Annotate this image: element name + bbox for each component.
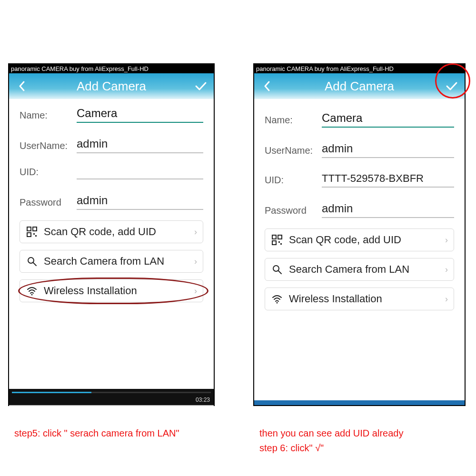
svg-rect-8: [272, 235, 276, 239]
uid-label: UID:: [265, 175, 322, 188]
wireless-label: Wireless Installation: [44, 285, 194, 297]
username-input[interactable]: admin: [322, 141, 454, 158]
caption-step5: step5: click " serach camera from LAN": [14, 427, 179, 440]
chevron-right-icon: ›: [194, 286, 197, 296]
svg-rect-9: [278, 235, 282, 239]
name-input[interactable]: Camera: [322, 110, 454, 128]
scan-qr-label: Scan QR code, add UID: [44, 226, 194, 238]
svg-rect-3: [33, 233, 35, 235]
chevron-right-icon: ›: [194, 227, 197, 237]
back-icon[interactable]: [16, 80, 28, 92]
svg-rect-11: [278, 241, 280, 243]
svg-point-15: [277, 302, 278, 304]
form-area: Name: Camera UserName: admin UID: Passwo…: [9, 99, 214, 389]
name-label: Name:: [265, 115, 322, 128]
scan-qr-button[interactable]: Scan QR code, add UID ›: [20, 220, 203, 243]
svg-rect-4: [35, 235, 37, 237]
uid-label: UID:: [20, 167, 77, 179]
qr-icon: [26, 227, 38, 237]
search-lan-label: Search Camera from LAN: [289, 263, 445, 276]
svg-point-13: [273, 266, 279, 271]
video-caption: panoramic CAMERA buy from AliExpress_Ful…: [9, 64, 214, 73]
caption-step6: step 6: click" √": [259, 442, 324, 455]
wireless-install-button[interactable]: Wireless Installation ›: [20, 279, 203, 302]
video-controls[interactable]: 03:23: [9, 389, 214, 405]
svg-rect-2: [27, 233, 31, 237]
name-label: Name:: [20, 110, 77, 123]
password-input[interactable]: admin: [322, 201, 454, 218]
search-icon: [26, 256, 38, 267]
caption-right-a: then you can see add UID already: [259, 427, 403, 440]
search-lan-button[interactable]: Search Camera from LAN ›: [265, 258, 454, 281]
video-progress[interactable]: [12, 392, 211, 393]
wireless-label: Wireless Installation: [289, 293, 445, 305]
form-area: Name: Camera UserName: admin UID: TTTT-5…: [254, 99, 465, 400]
svg-rect-12: [280, 243, 282, 245]
confirm-check-icon[interactable]: [446, 80, 458, 92]
username-label: UserName:: [265, 145, 322, 158]
search-icon: [271, 264, 283, 275]
wifi-icon: [271, 294, 283, 304]
name-input[interactable]: Camera: [77, 106, 203, 123]
app-header: Add Camera: [254, 73, 465, 99]
scan-qr-label: Scan QR code, add UID: [289, 234, 445, 246]
svg-point-5: [28, 258, 34, 263]
video-time: 03:23: [196, 397, 210, 403]
svg-line-6: [33, 263, 36, 266]
page-title: Add Camera: [254, 79, 465, 94]
uid-input[interactable]: [77, 176, 203, 179]
password-input[interactable]: admin: [77, 193, 203, 210]
svg-rect-1: [33, 227, 37, 231]
app-header: Add Camera: [9, 73, 214, 99]
wifi-icon: [26, 286, 38, 296]
search-lan-button[interactable]: Search Camera from LAN ›: [20, 250, 203, 273]
video-caption: panoramic CAMERA buy from AliExpress_Ful…: [254, 64, 465, 73]
search-lan-label: Search Camera from LAN: [44, 255, 194, 268]
chevron-right-icon: ›: [445, 265, 448, 275]
qr-icon: [271, 235, 283, 245]
confirm-check-icon[interactable]: [195, 80, 207, 92]
svg-rect-10: [272, 241, 276, 245]
chevron-right-icon: ›: [445, 294, 448, 304]
chevron-right-icon: ›: [194, 257, 197, 267]
chevron-right-icon: ›: [445, 235, 448, 245]
svg-rect-0: [27, 227, 31, 231]
page-title: Add Camera: [9, 79, 214, 94]
uid-input[interactable]: TTTT-529578-BXBFR: [322, 171, 454, 188]
svg-line-14: [278, 271, 281, 274]
password-label: Password: [265, 205, 322, 218]
back-icon[interactable]: [261, 80, 273, 92]
scan-qr-button[interactable]: Scan QR code, add UID ›: [265, 228, 454, 251]
password-label: Password: [20, 197, 77, 210]
username-input[interactable]: admin: [77, 136, 203, 153]
username-label: UserName:: [20, 140, 77, 153]
svg-point-7: [31, 294, 33, 296]
wireless-install-button[interactable]: Wireless Installation ›: [265, 288, 454, 310]
